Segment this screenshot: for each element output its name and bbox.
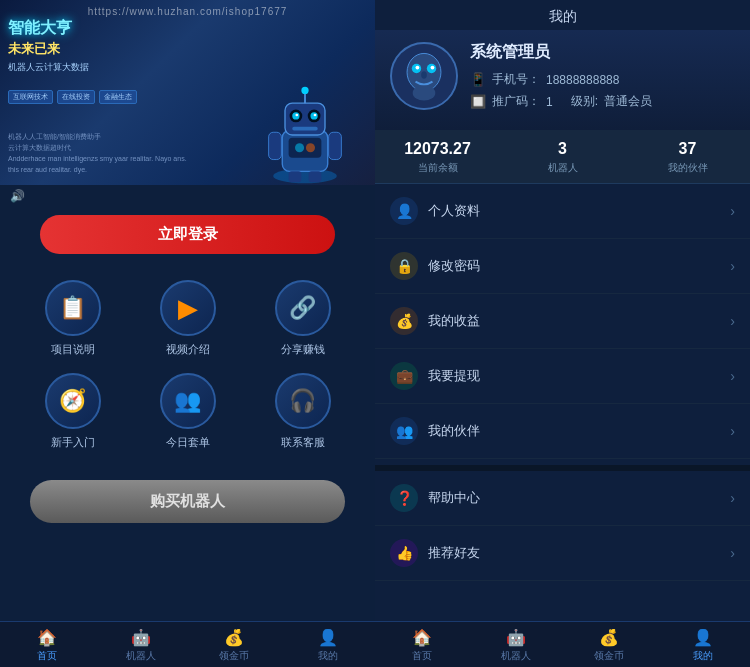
stat-balance-label: 当前余额 [375,161,500,175]
menu-item-share[interactable]: 🔗 分享赚钱 [245,272,360,365]
login-row: 立即登录 [0,207,375,262]
svg-rect-14 [329,132,342,159]
right-nav-home-label: 首页 [412,649,432,663]
menu-icon-video: ▶ [160,280,216,336]
nav-coins-label: 领金币 [219,649,249,663]
buy-robot-button[interactable]: 购买机器人 [30,480,345,523]
level-value: 普通会员 [604,93,652,110]
mine-icon: 👤 [318,628,338,647]
svg-point-25 [421,71,427,79]
stat-balance: 12073.27 当前余额 [375,130,500,183]
coins-icon: 💰 [224,628,244,647]
partners-label: 我的伙伴 [428,422,730,440]
nav-home-label: 首页 [37,649,57,663]
right-nav-robot[interactable]: 🤖 机器人 [469,622,563,667]
menu-item-beginner[interactable]: 🧭 新手入门 [15,365,130,458]
stat-robots-label: 机器人 [500,161,625,175]
right-bottom-nav: 🏠 首页 🤖 机器人 💰 领金币 👤 我的 [375,621,750,667]
login-button[interactable]: 立即登录 [40,215,335,254]
menu-help[interactable]: ❓ 帮助中心 › [375,471,750,526]
help-icon: ❓ [390,484,418,512]
income-label: 我的收益 [428,312,730,330]
level-label: 级别: [571,93,598,110]
banner-title: 智能大亨 [8,18,72,39]
right-coins-icon: 💰 [599,628,619,647]
menu-section-bottom: ❓ 帮助中心 › 👍 推荐好友 › [375,471,750,581]
nav-coins[interactable]: 💰 领金币 [188,622,282,667]
right-nav-coins-label: 领金币 [594,649,624,663]
right-nav-mine[interactable]: 👤 我的 [656,622,750,667]
chevron-icon: › [730,368,735,384]
right-nav-mine-label: 我的 [693,649,713,663]
menu-icon-beginner: 🧭 [45,373,101,429]
stats-row: 12073.27 当前余额 3 机器人 37 我的伙伴 [375,130,750,184]
stat-partners-value: 37 [625,140,750,158]
menu-icon-orders: 👥 [160,373,216,429]
chevron-icon: › [730,423,735,439]
menu-profile[interactable]: 👤 个人资料 › [375,184,750,239]
menu-section-top: 👤 个人资料 › 🔒 修改密码 › 💰 我的收益 › 💼 我要提现 › 👥 [375,184,750,459]
svg-point-7 [295,114,298,117]
menu-item-video[interactable]: ▶ 视频介绍 [130,272,245,365]
menu-icon-share: 🔗 [275,280,331,336]
nav-mine-label: 我的 [318,649,338,663]
help-label: 帮助中心 [428,489,730,507]
right-menu-list: 👤 个人资料 › 🔒 修改密码 › 💰 我的收益 › 💼 我要提现 › 👥 [375,184,750,621]
left-panel: htttps://www.huzhan.com/ishop17677 智能大亨 … [0,0,375,667]
menu-item-project[interactable]: 📋 项目说明 [15,272,130,365]
svg-point-12 [306,143,315,152]
banner-subtitle: 未来已来 [8,40,60,58]
right-nav-home[interactable]: 🏠 首页 [375,622,469,667]
menu-partners[interactable]: 👥 我的伙伴 › [375,404,750,459]
robot-image [255,85,355,185]
avatar [390,42,458,110]
chevron-icon: › [730,545,735,561]
menu-item-orders[interactable]: 👥 今日套单 [130,365,245,458]
nav-mine[interactable]: 👤 我的 [281,622,375,667]
stat-partners: 37 我的伙伴 [625,130,750,183]
menu-income[interactable]: 💰 我的收益 › [375,294,750,349]
recommend-label: 推荐好友 [428,544,730,562]
menu-recommend[interactable]: 👍 推荐好友 › [375,526,750,581]
profile-section: 系统管理员 📱 手机号： 18888888888 🔲 推广码： 1 级别: 普通… [375,30,750,130]
svg-rect-13 [269,132,282,159]
stat-balance-value: 12073.27 [375,140,500,158]
banner-tag: 互联网技术 [8,90,53,104]
svg-point-26 [413,85,436,100]
profile-name: 系统管理员 [470,42,735,63]
password-icon: 🔒 [390,252,418,280]
robot-icon: 🤖 [131,628,151,647]
menu-icon-project: 📋 [45,280,101,336]
promo-label: 推广码： [492,93,540,110]
profile-label: 个人资料 [428,202,730,220]
right-nav-coins[interactable]: 💰 领金币 [563,622,657,667]
stat-robots-value: 3 [500,140,625,158]
nav-robot[interactable]: 🤖 机器人 [94,622,188,667]
password-label: 修改密码 [428,257,730,275]
stat-robots: 3 机器人 [500,130,625,183]
svg-point-11 [295,143,304,152]
nav-home[interactable]: 🏠 首页 [0,622,94,667]
phone-value: 18888888888 [546,73,619,87]
svg-rect-10 [289,138,322,158]
promo-icon: 🔲 [470,94,486,109]
left-bottom-nav: 🏠 首页 🤖 机器人 💰 领金币 👤 我的 [0,621,375,667]
svg-point-24 [431,66,435,70]
svg-rect-9 [292,127,317,131]
chevron-icon: › [730,258,735,274]
banner-desc: 机器人云计算大数据 [8,60,89,74]
nav-robot-label: 机器人 [126,649,156,663]
profile-phone-row: 📱 手机号： 18888888888 [470,71,735,88]
svg-point-8 [314,114,317,117]
menu-label-video: 视频介绍 [166,342,210,357]
right-mine-icon: 👤 [693,628,713,647]
menu-password[interactable]: 🔒 修改密码 › [375,239,750,294]
svg-point-23 [416,66,420,70]
menu-item-support[interactable]: 🎧 联系客服 [245,365,360,458]
menu-icon-support: 🎧 [275,373,331,429]
income-icon: 💰 [390,307,418,335]
chevron-icon: › [730,313,735,329]
banner-tag: 金融生态 [99,90,137,104]
buy-row: 购买机器人 [0,468,375,535]
menu-withdraw[interactable]: 💼 我要提现 › [375,349,750,404]
